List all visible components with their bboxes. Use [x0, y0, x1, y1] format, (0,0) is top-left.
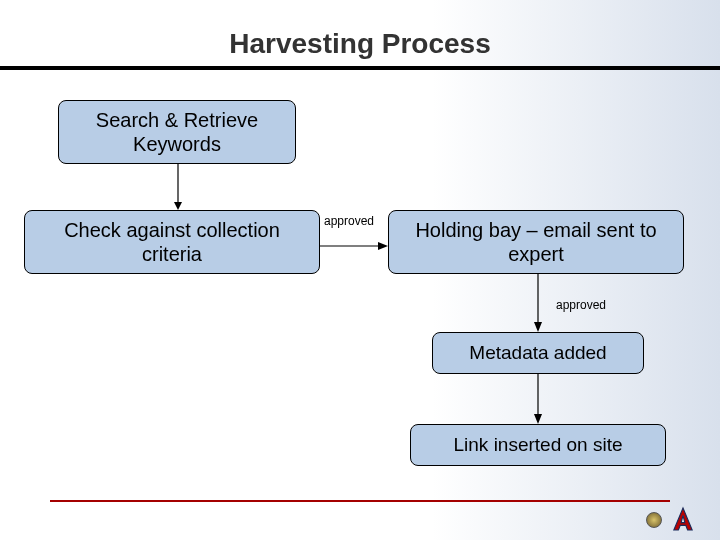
footer-divider — [50, 500, 670, 502]
svg-marker-7 — [534, 414, 542, 424]
node-link-inserted: Link inserted on site — [410, 424, 666, 466]
seal-icon — [646, 512, 662, 528]
connector-metadata-to-link — [528, 374, 548, 424]
slide-title: Harvesting Process — [0, 28, 720, 60]
title-underline — [0, 66, 720, 70]
edge-label-approved-2: approved — [556, 298, 606, 312]
svg-marker-1 — [174, 202, 182, 210]
svg-marker-3 — [378, 242, 388, 250]
node-search-retrieve: Search & Retrieve Keywords — [58, 100, 296, 164]
node-check-criteria: Check against collection criteria — [24, 210, 320, 274]
arizona-logo-icon — [672, 506, 694, 532]
node-metadata-added: Metadata added — [432, 332, 644, 374]
connector-search-to-check — [168, 164, 188, 210]
edge-label-approved-1: approved — [324, 214, 374, 228]
connector-holding-to-metadata — [528, 274, 548, 332]
connector-check-to-holding — [320, 236, 388, 256]
svg-marker-5 — [534, 322, 542, 332]
node-holding-bay: Holding bay – email sent to expert — [388, 210, 684, 274]
